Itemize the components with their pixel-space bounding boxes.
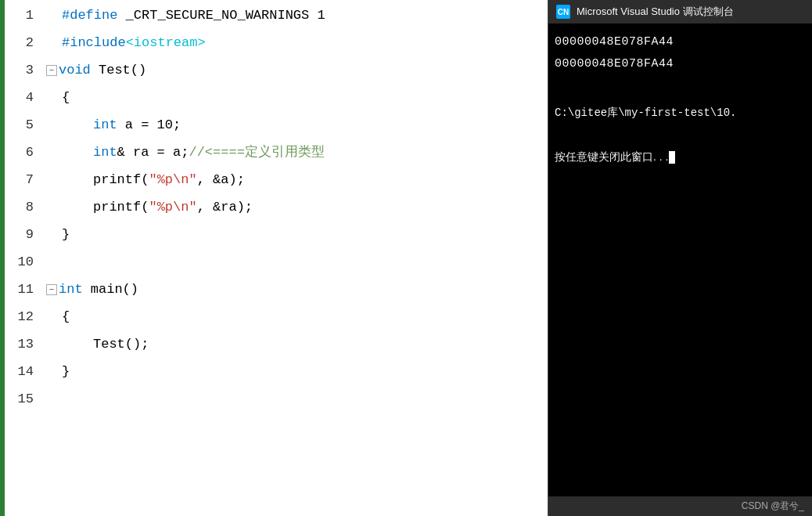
code-line-13: Test(); [46, 330, 548, 358]
console-line-2: 00000048E078FA44 [555, 53, 806, 75]
code-line-8: printf( "%p\n" , &ra); [46, 193, 548, 221]
console-line-1: 00000048E078FA44 [555, 31, 806, 53]
code-line-10 [46, 248, 548, 276]
console-line-5 [555, 124, 806, 146]
code-line-5: int a = 10; [46, 111, 548, 139]
footer-text: CSDN @君兮_ [742, 500, 804, 511]
vs-icon: CN [556, 5, 570, 19]
console-footer: CSDN @君兮_ [548, 496, 812, 516]
line-numbers: 1 2 3 4 5 6 7 8 9 10 11 12 13 14 15 [5, 0, 40, 516]
code-line-1: #define _CRT_SECURE_NO_WARNINGS 1 [46, 2, 548, 29]
console-titlebar: CN Microsoft Visual Studio 调试控制台 [548, 0, 812, 23]
fold-icon-3[interactable]: − [46, 65, 57, 76]
code-line-4: { [46, 84, 548, 111]
console-line-4: C:\gitee库\my-first-test\10. [555, 102, 806, 124]
editor-panel: 1 2 3 4 5 6 7 8 9 10 11 12 13 14 15 #def… [0, 0, 548, 516]
code-line-9: } [46, 221, 548, 248]
cursor [669, 151, 675, 164]
console-panel: CN Microsoft Visual Studio 调试控制台 0000004… [548, 0, 812, 516]
code-line-15 [46, 385, 548, 413]
code-line-11: − int main() [46, 276, 548, 303]
console-content: 00000048E078FA44 00000048E078FA44 C:\git… [548, 23, 812, 496]
code-line-3: − void Test() [46, 56, 548, 84]
code-line-6: int & ra = a; //<====定义引用类型 [46, 139, 548, 166]
code-line-12: { [46, 303, 548, 330]
console-line-3 [555, 75, 806, 97]
console-title: Microsoft Visual Studio 调试控制台 [577, 5, 734, 19]
code-area[interactable]: #define _CRT_SECURE_NO_WARNINGS 1 #inclu… [40, 0, 548, 516]
code-line-2: #include<iostream> [46, 29, 548, 56]
fold-icon-11[interactable]: − [46, 284, 57, 295]
code-line-7: printf( "%p\n" , &a); [46, 166, 548, 193]
code-line-14: } [46, 358, 548, 385]
console-line-6: 按任意键关闭此窗口. . . [555, 146, 806, 168]
